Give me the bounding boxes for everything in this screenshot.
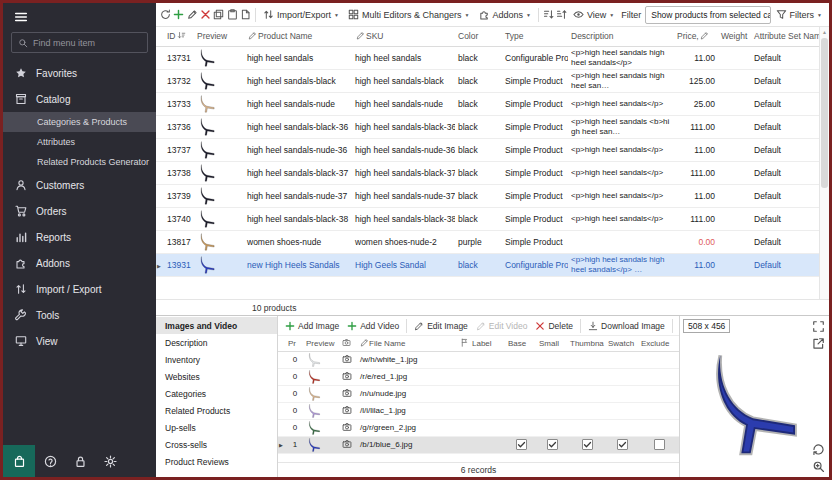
tab-categories[interactable]: Categories (156, 385, 277, 402)
add-product-button[interactable] (172, 6, 184, 24)
import-export-menu[interactable]: Import/Export (259, 5, 343, 25)
document-button[interactable] (240, 6, 252, 24)
sidebar-item-addons[interactable]: Addons (3, 250, 156, 276)
table-row[interactable]: 13817women shoes-nudewomen shoes-nude-2p… (156, 230, 819, 253)
tab-related-products[interactable]: Related Products (156, 402, 277, 419)
sidebar-item-customers[interactable]: Customers (3, 172, 156, 198)
column-header-price[interactable]: Price, (674, 27, 718, 46)
delete-product-button[interactable] (199, 6, 211, 24)
table-row[interactable]: 13738high heel sandals-black-37high heel… (156, 161, 819, 184)
column-header-camera[interactable] (340, 336, 358, 351)
column-header-swatch[interactable]: Swatch (606, 336, 639, 351)
image-row[interactable]: 1/b/1/blue_6.jpg (278, 436, 679, 453)
download-image-button[interactable]: Download Image (585, 321, 668, 331)
table-row[interactable]: 13733high heel sandals-nudehigh heel san… (156, 92, 819, 115)
table-row[interactable]: 13739high heel sandals-nude-37high heel … (156, 184, 819, 207)
settings-button[interactable] (95, 445, 125, 477)
column-header-description[interactable]: Description (568, 27, 674, 46)
sidebar-item-import-export[interactable]: Import / Export (3, 276, 156, 302)
scroll-up-arrow[interactable] (820, 27, 829, 37)
lock-button[interactable] (65, 445, 95, 477)
column-header-color[interactable]: Color (455, 27, 502, 46)
swatch-checkbox[interactable] (617, 439, 628, 450)
base-checkbox[interactable] (516, 439, 527, 450)
image-label (470, 436, 506, 453)
exclude-checkbox[interactable] (654, 439, 665, 450)
table-row[interactable]: 13732high heel sandals-blackhigh heel sa… (156, 69, 819, 92)
store-button[interactable] (3, 445, 35, 477)
column-header-image-preview[interactable]: Preview (304, 336, 340, 351)
column-header-exclude[interactable]: Exclude (639, 336, 679, 351)
sidebar-item-favorites[interactable]: Favorites (3, 60, 156, 86)
table-row[interactable]: 13731high heel sandalshigh heel sandalsb… (156, 46, 819, 69)
tab-description[interactable]: Description (156, 334, 277, 351)
sidebar-subitem-categories-products[interactable]: Categories & Products (3, 112, 156, 132)
view-menu[interactable]: View (569, 5, 618, 25)
column-header-attribute-set[interactable]: Attribute Set Name (751, 27, 819, 46)
zoom-icon[interactable] (812, 460, 825, 473)
table-row[interactable]: 13931new High Heels SandalsHigh Geels Sa… (156, 253, 819, 276)
external-link-icon[interactable] (812, 337, 825, 350)
sort-desc-button[interactable] (555, 6, 567, 24)
tab-inventory[interactable]: Inventory (156, 351, 277, 368)
column-header-file-name[interactable]: File Name (358, 336, 458, 351)
table-row[interactable]: 13740high heel sandals-black-38high heel… (156, 207, 819, 230)
tab-images-and-video[interactable]: Images and Video (156, 317, 277, 334)
column-header-id[interactable]: ID (164, 27, 194, 46)
hamburger-menu-button[interactable] (3, 3, 156, 31)
image-row[interactable]: 0/w/h/white_1.jpg (278, 351, 679, 368)
sidebar-item-orders[interactable]: Orders (3, 198, 156, 224)
image-row[interactable]: 0/l/i/lilac_1.jpg (278, 402, 679, 419)
sidebar-item-reports[interactable]: Reports (3, 224, 156, 250)
refresh-button[interactable] (159, 6, 171, 24)
category-filter-select[interactable]: Show products from selected categories (645, 6, 770, 24)
table-row[interactable]: 13736high heel sandals-black-36high heel… (156, 115, 819, 138)
table-row[interactable]: 13737high heel sandals-nude-36high heel … (156, 138, 819, 161)
column-header-product-name[interactable]: Product Name (244, 27, 352, 46)
product-weight (718, 207, 751, 230)
edit-image-button[interactable]: Edit Image (411, 321, 471, 331)
sort-asc-button[interactable] (542, 6, 554, 24)
help-button[interactable] (35, 445, 65, 477)
column-header-small[interactable]: Small (537, 336, 568, 351)
tab-up-sells[interactable]: Up-sells (156, 419, 277, 436)
multi-editors-menu[interactable]: Multi Editors & Changers (344, 5, 474, 25)
delete-image-button[interactable]: Delete (532, 321, 576, 331)
copy-button[interactable] (213, 6, 225, 24)
column-header-flag[interactable] (458, 336, 470, 351)
column-header-weight[interactable]: Weight (718, 27, 751, 46)
sidebar-search-input[interactable] (33, 38, 141, 48)
vertical-scrollbar[interactable] (819, 27, 829, 299)
add-image-button[interactable]: Add Image (282, 321, 342, 331)
column-header-position[interactable]: Pr (286, 336, 304, 351)
column-header-label[interactable]: Label (470, 336, 506, 351)
column-header-base[interactable]: Base (506, 336, 537, 351)
addons-menu[interactable]: Addons (475, 5, 535, 25)
sidebar-item-tools[interactable]: Tools (3, 302, 156, 328)
column-header-type[interactable]: Type (502, 27, 568, 46)
paste-button[interactable] (226, 6, 238, 24)
thumbnail-checkbox[interactable] (582, 439, 593, 450)
images-toolbar: Add Image Add Video Edit Image Edit Vide… (278, 316, 679, 336)
tab-websites[interactable]: Websites (156, 368, 277, 385)
fullscreen-icon[interactable] (812, 320, 825, 333)
sidebar-subitem-related-products-generator[interactable]: Related Products Generator (3, 152, 156, 172)
tab-product-reviews[interactable]: Product Reviews (156, 453, 277, 470)
column-header-preview[interactable]: Preview (194, 27, 244, 46)
sidebar-item-view[interactable]: View (3, 328, 156, 354)
small-checkbox[interactable] (547, 439, 558, 450)
image-row[interactable]: 0/g/r/green_2.jpg (278, 419, 679, 436)
image-row[interactable]: 0/n/u/nude.jpg (278, 385, 679, 402)
sidebar-subitem-attributes[interactable]: Attributes (3, 132, 156, 152)
add-video-button[interactable]: Add Video (344, 321, 402, 331)
rotate-icon[interactable] (812, 443, 825, 456)
filters-button[interactable]: Filters (772, 5, 826, 25)
sidebar-search[interactable] (11, 32, 148, 53)
sidebar-item-catalog[interactable]: Catalog (3, 86, 156, 112)
tab-cross-sells[interactable]: Cross-sells (156, 436, 277, 453)
scrollbar-thumb[interactable] (821, 38, 828, 188)
column-header-sku[interactable]: SKU (352, 27, 455, 46)
image-row[interactable]: 0/r/e/red_1.jpg (278, 368, 679, 385)
edit-product-button[interactable] (186, 6, 198, 24)
column-header-thumbnail[interactable]: Thumbna (568, 336, 606, 351)
